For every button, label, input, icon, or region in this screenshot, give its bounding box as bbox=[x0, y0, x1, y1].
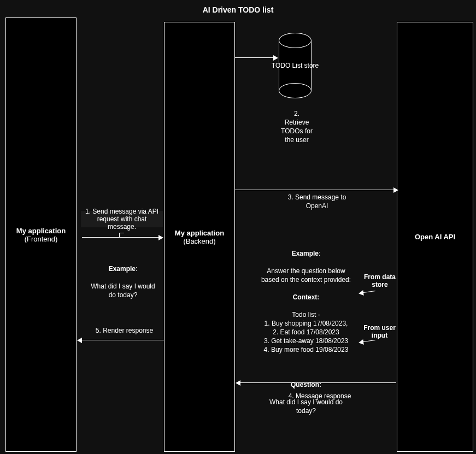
step1-example-head: Example bbox=[109, 265, 136, 273]
annotation-from-store-arrow bbox=[363, 291, 375, 293]
step1-box: 1. Send message via API request with cha… bbox=[81, 211, 163, 227]
step5-text: 5. Render response bbox=[85, 326, 164, 335]
step3-text: 3. Send message to OpenAI bbox=[268, 193, 366, 210]
arrow-backend-to-frontend bbox=[82, 340, 164, 340]
arrow-backend-to-openai bbox=[235, 190, 393, 190]
context-example-head: Example bbox=[292, 250, 319, 257]
arrow-step1-jog bbox=[119, 233, 124, 238]
context-body: Todo list - 1. Buy shopping 17/08/2023, … bbox=[264, 311, 349, 353]
step1-example: Example: What did I say I would do today… bbox=[82, 256, 164, 299]
todo-store-label: TODO List store bbox=[268, 61, 322, 70]
step2-text: 2. Retrieve TODOs for the user bbox=[267, 109, 327, 144]
lifeline-frontend-role: (Frontend) bbox=[25, 235, 58, 243]
lifeline-openai-name: Open AI API bbox=[415, 233, 455, 241]
question-body: What did I say I would do today? bbox=[269, 398, 343, 415]
diagram-canvas: AI Driven TODO list My application (Fron… bbox=[0, 0, 476, 454]
lifeline-backend-role: (Backend) bbox=[183, 237, 215, 245]
lifeline-backend: My application (Backend) bbox=[164, 22, 235, 452]
annotation-from-user: From user input bbox=[359, 324, 400, 339]
arrow-openai-to-backend bbox=[240, 382, 396, 383]
context-example: Example: Answer the question below based… bbox=[251, 240, 361, 415]
diagram-title: AI Driven TODO list bbox=[0, 5, 476, 14]
step1-example-body: What did I say I would do today? bbox=[91, 282, 155, 299]
todo-store-cylinder: TODO List store bbox=[279, 33, 312, 98]
step1-text: 1. Send message via API request with cha… bbox=[84, 208, 160, 231]
context-head: Context: bbox=[293, 293, 320, 301]
annotation-from-store: From data store bbox=[361, 273, 399, 288]
arrow-backend-to-store bbox=[235, 57, 273, 58]
lifeline-frontend: My application (Frontend) bbox=[5, 17, 77, 452]
lifeline-backend-name: My application bbox=[175, 229, 224, 237]
annotation-from-user-arrow bbox=[363, 340, 375, 342]
context-example-intro: Answer the question below based on the c… bbox=[261, 267, 351, 284]
lifeline-openai: Open AI API bbox=[397, 22, 473, 452]
step4-text: 4. Message response bbox=[273, 392, 366, 400]
lifeline-frontend-name: My application bbox=[16, 227, 66, 235]
